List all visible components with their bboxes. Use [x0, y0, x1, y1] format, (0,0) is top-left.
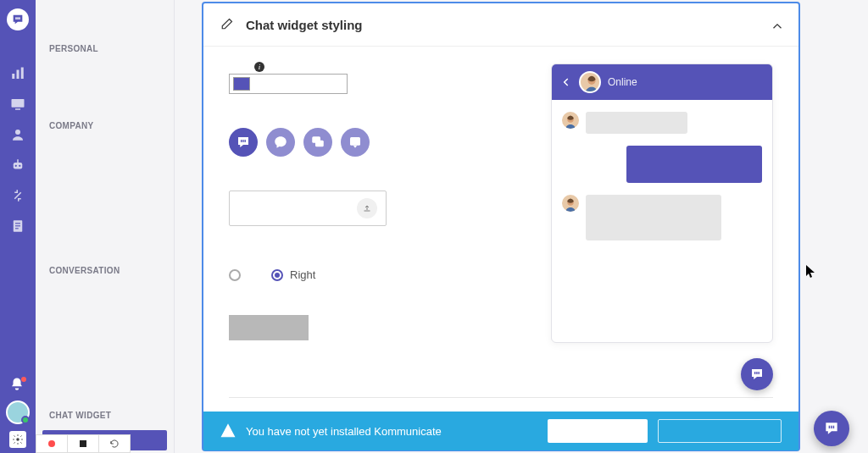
launcher-icon-choices — [229, 128, 517, 157]
svg-rect-29 — [759, 372, 760, 374]
settings-sidebar[interactable]: PERSONAL COMPANY CONVERSATION CHAT WIDGE… — [36, 0, 175, 453]
upload-icon — [357, 198, 377, 218]
main-content: Chat widget styling i — [175, 0, 868, 453]
svg-rect-32 — [833, 426, 835, 428]
mouse-cursor — [806, 265, 816, 279]
icon-option-square[interactable] — [341, 128, 370, 157]
svg-rect-15 — [15, 225, 20, 226]
icon-option-double[interactable] — [303, 128, 332, 157]
incoming-message-1 — [586, 112, 687, 134]
install-warning-banner: You have not yet installed Kommunicate — [203, 412, 798, 450]
svg-rect-18 — [241, 140, 242, 142]
global-chat-launcher[interactable] — [814, 411, 849, 446]
message-avatar — [562, 195, 579, 212]
svg-point-17 — [16, 438, 19, 441]
svg-rect-14 — [15, 223, 20, 224]
preview-header: Online — [552, 64, 772, 100]
svg-rect-31 — [831, 426, 832, 428]
svg-rect-5 — [21, 68, 24, 80]
svg-rect-20 — [245, 140, 246, 142]
settings-icon[interactable] — [9, 431, 26, 448]
position-left-radio[interactable] — [229, 269, 241, 281]
primary-color-input[interactable] — [229, 74, 348, 94]
pencil-icon — [220, 15, 236, 34]
svg-rect-2 — [19, 17, 19, 19]
svg-rect-7 — [15, 108, 20, 110]
card-header[interactable]: Chat widget styling — [203, 3, 798, 47]
svg-rect-6 — [12, 99, 25, 108]
icon-option-bubble[interactable] — [266, 128, 295, 157]
svg-rect-23 — [350, 137, 360, 146]
svg-rect-3 — [12, 74, 14, 79]
svg-rect-9 — [14, 163, 23, 169]
user-icon[interactable] — [8, 125, 27, 144]
report-icon[interactable] — [8, 217, 27, 235]
info-icon[interactable]: i — [254, 62, 264, 72]
icon-rail — [0, 0, 36, 453]
divider — [229, 397, 773, 398]
svg-rect-28 — [756, 372, 757, 374]
chat-widget-preview: Online — [551, 64, 773, 343]
message-avatar — [562, 112, 579, 129]
svg-point-10 — [15, 165, 17, 167]
outgoing-message — [626, 146, 762, 183]
card-title: Chat widget styling — [246, 18, 770, 32]
back-icon[interactable] — [560, 76, 572, 88]
chat-widget-styling-card: Chat widget styling i — [202, 2, 800, 451]
svg-rect-12 — [17, 159, 19, 163]
user-avatar[interactable] — [6, 401, 30, 424]
banner-secondary-button[interactable] — [658, 419, 782, 443]
incoming-message-2 — [586, 195, 721, 240]
warning-icon — [220, 423, 236, 439]
presence-indicator — [21, 416, 30, 424]
restart-button[interactable] — [99, 435, 130, 452]
sidebar-section-chatwidget: CHAT WIDGET — [36, 401, 174, 427]
bot-icon[interactable] — [8, 156, 27, 174]
integrations-icon[interactable] — [8, 186, 27, 205]
position-right-label: Right — [290, 268, 315, 281]
banner-primary-button[interactable] — [548, 419, 648, 443]
svg-rect-1 — [17, 17, 18, 19]
analytics-icon[interactable] — [8, 64, 27, 83]
disabled-action-button — [229, 315, 309, 340]
svg-rect-30 — [829, 426, 831, 428]
position-right-radio[interactable]: Right — [271, 268, 315, 281]
preview-launcher-button[interactable] — [741, 358, 773, 390]
svg-rect-19 — [242, 140, 243, 142]
agent-avatar — [579, 71, 601, 93]
color-swatch — [233, 77, 250, 91]
sidebar-section-personal: PERSONAL — [36, 34, 174, 60]
icon-option-bars[interactable] — [229, 128, 258, 157]
banner-text: You have not yet installed Kommunicate — [246, 425, 442, 438]
record-button[interactable] — [36, 435, 68, 452]
svg-point-11 — [19, 165, 20, 167]
sidebar-section-conversation: CONVERSATION — [36, 256, 174, 282]
sidebar-section-company: COMPANY — [36, 111, 174, 137]
svg-rect-22 — [315, 141, 324, 147]
svg-rect-16 — [15, 228, 19, 229]
svg-rect-0 — [15, 17, 16, 19]
chevron-up-icon[interactable] — [770, 19, 782, 30]
brand-logo[interactable] — [7, 8, 29, 30]
screen-recording-bar[interactable] — [36, 434, 131, 453]
svg-rect-27 — [754, 372, 755, 374]
stop-button[interactable] — [68, 435, 99, 452]
svg-rect-4 — [17, 70, 19, 80]
notifications-icon[interactable] — [9, 377, 26, 394]
preview-status: Online — [608, 76, 637, 88]
upload-icon-input[interactable] — [229, 191, 387, 226]
monitor-icon[interactable] — [8, 95, 27, 113]
notification-dot — [21, 377, 26, 382]
svg-point-8 — [15, 130, 20, 135]
